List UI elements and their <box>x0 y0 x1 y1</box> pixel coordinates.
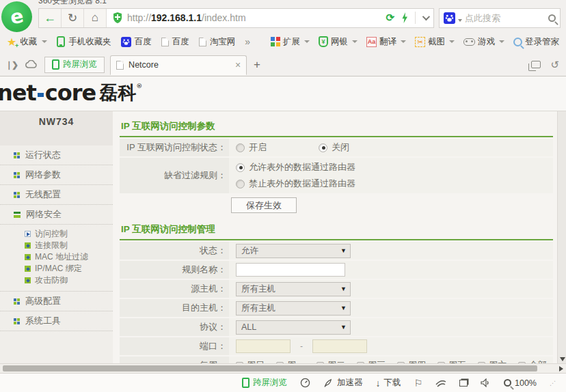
sidebar-item-system-tools[interactable]: 系统工具 <box>0 311 113 331</box>
source-host-select[interactable]: 所有主机 ▼ <box>236 282 351 296</box>
sidebar-subitem-mac-filter[interactable]: MAC 地址过滤 <box>0 251 113 263</box>
statusbar-speed-gauge-button[interactable] <box>300 378 310 388</box>
url-host: 192.168.1.1 <box>151 12 202 23</box>
sidebar-item-network-security[interactable]: 网络安全 <box>0 205 113 225</box>
home-button[interactable]: ⌂ <box>84 9 107 27</box>
cross-screen-browse-button[interactable]: 跨屏浏览 <box>44 57 105 73</box>
menu-grid-icon <box>14 318 20 324</box>
port-to-input[interactable] <box>312 339 367 353</box>
rule-name-input[interactable] <box>236 263 345 277</box>
port-from-input[interactable] <box>236 339 291 353</box>
auto-refresh-icon[interactable]: ⟳ <box>386 12 394 24</box>
tab-list-icon[interactable] <box>531 61 541 68</box>
statusbar-window-mode-button[interactable] <box>459 380 468 387</box>
login-manager-button[interactable]: 登录管家 <box>513 36 559 48</box>
status-select[interactable]: 允许 ▼ <box>236 244 351 258</box>
row-default-filter-rule: 缺省过滤规则： 允许表外的数据通过路由器 禁止表外的数据通过路由器 <box>120 158 553 193</box>
radio-option-deny[interactable]: 禁止表外的数据通过路由器 <box>236 177 355 191</box>
bookmark-mobile-favorites[interactable]: 手机收藏夹 <box>57 36 111 48</box>
favorites-menu[interactable]: ★ 收藏 <box>7 36 47 48</box>
vertical-scrollbar[interactable] <box>557 111 566 363</box>
phone-icon <box>57 36 65 47</box>
close-tab-icon[interactable]: × <box>235 59 241 70</box>
bookmark-baidu2[interactable]: 百度 <box>161 36 189 48</box>
radio-label: 允许表外的数据通过路由器 <box>249 161 355 173</box>
cross-screen-label: 跨屏浏览 <box>63 59 97 70</box>
sidebar-toggle-icon[interactable]: ❘❯ <box>5 60 18 70</box>
reopen-closed-tab-icon[interactable]: ↺ <box>550 59 559 71</box>
more-bookmarks-button[interactable]: » <box>245 36 250 47</box>
url-dropdown-icon[interactable] <box>422 13 430 20</box>
sidebar-subitem-access-control[interactable]: 访问控制 <box>0 228 113 240</box>
subitem-label: 连接限制 <box>35 240 68 251</box>
speed-mode-icon[interactable] <box>401 12 408 23</box>
tool-label: 截图 <box>428 36 445 48</box>
sidebar-item-wireless-config[interactable]: 无线配置 <box>0 185 113 205</box>
sidebar-subitem-connection-limit[interactable]: 连接限制 <box>0 240 113 251</box>
row-label: 协议： <box>120 318 229 336</box>
statusbar-sound-button[interactable] <box>481 378 491 387</box>
chevron-down-icon <box>449 40 455 43</box>
chevron-down-icon <box>352 40 358 43</box>
sidebar-item-network-params[interactable]: 网络参数 <box>0 165 113 185</box>
sidebar-item-label: 网络参数 <box>25 169 61 181</box>
sidebar-item-running-status[interactable]: 运行状态 <box>0 145 113 165</box>
scrollbar-thumb[interactable] <box>3 365 537 372</box>
search-engine-dropdown-icon[interactable] <box>458 19 462 22</box>
radio-icon[interactable] <box>236 163 245 172</box>
radio-icon[interactable] <box>236 180 245 188</box>
statusbar-download-button[interactable]: ↓ 下载 <box>375 377 401 389</box>
phone-icon <box>242 378 250 388</box>
extensions-menu[interactable]: 扩展 <box>271 36 310 48</box>
radio-icon[interactable] <box>236 143 245 152</box>
protocol-select[interactable]: ALL ▼ <box>236 320 351 335</box>
tab-netcore[interactable]: Netcore × <box>110 55 247 75</box>
url-field[interactable]: http://192.168.1.1/index.htm <box>107 9 380 27</box>
sidebar-item-advanced-config[interactable]: 高级配置 <box>0 292 113 311</box>
dropdown-arrow-icon: ▼ <box>340 324 347 331</box>
bookmark-baidu[interactable]: 百度 <box>121 36 152 48</box>
new-tab-button[interactable]: + <box>254 58 260 72</box>
radio-option-enable[interactable]: 开启 <box>236 141 267 154</box>
tab-bar: ❘❯ 跨屏浏览 Netcore × + ↺ <box>0 53 566 76</box>
scroll-right-arrow-icon[interactable] <box>559 366 563 372</box>
download-icon: ↓ <box>375 378 380 389</box>
baidu-search-engine-icon[interactable] <box>444 12 455 24</box>
netbank-menu[interactable]: ¥ 网银 <box>319 36 358 48</box>
save-button[interactable]: 保存生效 <box>231 197 297 213</box>
statusbar-cross-screen-button[interactable]: 跨屏浏览 <box>242 377 287 389</box>
row-label: 规则名称： <box>120 261 229 279</box>
refresh-button[interactable]: ↻ <box>62 9 84 27</box>
statusbar-zoom-control[interactable]: 100% <box>504 378 537 388</box>
radio-label: 禁止表外的数据通过路由器 <box>249 178 355 190</box>
dest-host-select[interactable]: 所有主机 ▼ <box>236 301 351 316</box>
chevron-down-icon <box>401 40 406 43</box>
games-menu[interactable]: 游戏 <box>463 36 504 48</box>
search-icon[interactable] <box>548 14 556 22</box>
browser-logo-icon[interactable]: e <box>1 1 32 32</box>
scroll-down-arrow-icon[interactable] <box>560 357 565 361</box>
site-safety-shield-icon[interactable] <box>112 12 123 24</box>
statusbar-accelerator-button[interactable]: 加速器 <box>323 377 363 389</box>
search-input[interactable] <box>465 13 545 23</box>
back-button[interactable]: ← <box>39 9 62 27</box>
cloud-sync-icon[interactable] <box>25 60 38 69</box>
radio-icon[interactable] <box>319 143 327 152</box>
sidebar-subitem-ip-mac-binding[interactable]: IP/MAC 绑定 <box>0 263 113 275</box>
sidebar-item-label: 无线配置 <box>25 188 61 201</box>
omnibox: ← ↻ ⌂ http://192.168.1.1/index.htm ⟳ <box>38 8 434 28</box>
bookmarks-bar: ★ 收藏 手机收藏夹 百度 百度 淘宝网 » 扩展 ¥ 网银 Aa 翻译 ✂ <box>0 30 566 53</box>
radio-option-disable[interactable]: 关闭 <box>319 141 349 154</box>
resize-grip-icon[interactable]: ⋰ <box>550 380 555 387</box>
statusbar-report-button[interactable]: ⚐ <box>414 378 422 389</box>
tool-label: 扩展 <box>283 36 300 48</box>
radio-option-allow[interactable]: 允许表外的数据通过路由器 <box>236 160 355 174</box>
bookmark-taobao[interactable]: 淘宝网 <box>199 36 236 48</box>
screenshot-menu[interactable]: ✂ 截图 <box>415 36 455 48</box>
chevron-down-icon <box>42 40 47 43</box>
row-control-status: IP 互联网访问控制状态： 开启 关闭 <box>120 139 553 156</box>
statusbar-network-button[interactable] <box>435 378 446 387</box>
sidebar-subitem-attack-defense[interactable]: 攻击防御 <box>0 275 113 286</box>
horizontal-scrollbar[interactable] <box>0 363 566 373</box>
translate-menu[interactable]: Aa 翻译 <box>366 36 406 48</box>
